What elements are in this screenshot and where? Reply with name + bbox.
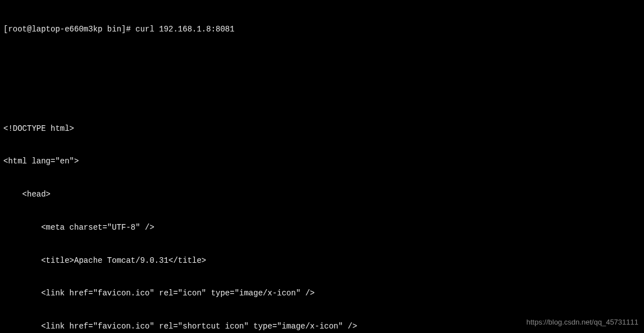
output-line: <meta charset="UTF-8" /> [3,222,641,234]
output-line: <!DOCTYPE html> [3,124,641,135]
terminal-output: [root@laptop-e660m3kp bin]# curl 192.168… [3,2,641,333]
watermark-text: https://blog.csdn.net/qq_45731111 [527,317,639,327]
output-line: <html lang="en"> [3,156,641,167]
output-line: <title>Apache Tomcat/9.0.31</title> [3,256,641,267]
output-line: <head> [3,189,641,200]
output-line: <link href="favicon.ico" rel="icon" type… [3,288,641,299]
prompt-line: [root@laptop-e660m3kp bin]# curl 192.168… [3,24,641,35]
